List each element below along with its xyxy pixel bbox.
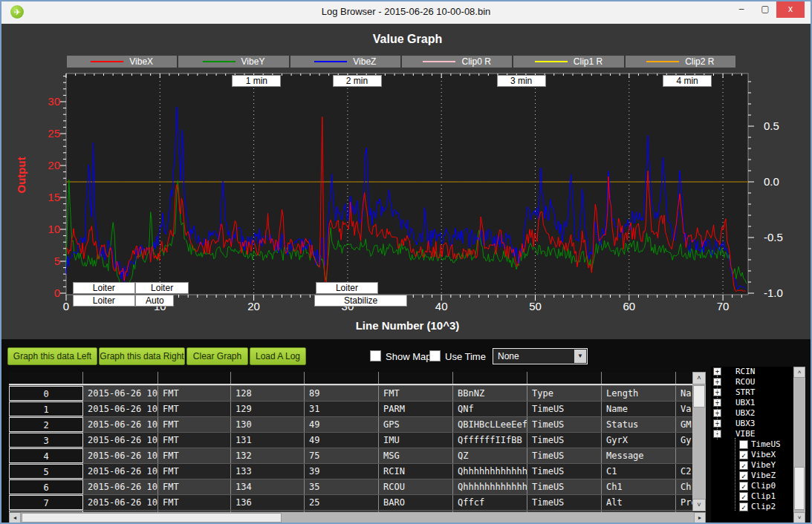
- tree-item-strt[interactable]: +STRT: [711, 387, 793, 398]
- table-cell: FMT: [158, 402, 231, 416]
- graph-left-button[interactable]: Graph this data Left: [7, 347, 97, 365]
- tree-item-label[interactable]: Clip2: [751, 502, 776, 512]
- field-checkbox[interactable]: ✓: [739, 471, 748, 480]
- table-row[interactable]: 42015-06-26 10:0...FMT13275MSGQZTimeUSMe…: [9, 448, 692, 463]
- expand-icon[interactable]: +: [713, 367, 721, 376]
- table-header-row[interactable]: [9, 372, 692, 385]
- table-row[interactable]: 22015-06-26 10:0...FMT13049GPSQBIHBcLLee…: [9, 416, 692, 432]
- svg-text:0.0: 0.0: [764, 175, 779, 188]
- table-row[interactable]: 32015-06-26 10:0...FMT13149IMUQffffffIIf…: [9, 432, 692, 448]
- field-checkbox[interactable]: ✓: [739, 461, 748, 470]
- table-cell: 128: [231, 386, 305, 401]
- field-checkbox[interactable]: ✓: [739, 502, 748, 511]
- graph-source-dropdown[interactable]: None ▼: [493, 348, 588, 364]
- table-cell: 2015-06-26 10:0...: [83, 433, 158, 448]
- chevron-down-icon[interactable]: ▼: [574, 350, 586, 363]
- tree-item-label[interactable]: VibeY: [751, 460, 776, 471]
- maximize-button[interactable]: ▢: [754, 1, 776, 18]
- tree-item-rcin[interactable]: +RCIN: [711, 367, 793, 377]
- table-row[interactable]: 12015-06-26 10:0...FMT12931PARMQNfTimeUS…: [9, 401, 692, 416]
- tree-scrollbar[interactable]: ˄ ˅: [793, 367, 805, 523]
- flight-mode-band: Loiter: [73, 282, 135, 294]
- field-checkbox[interactable]: ✓: [739, 492, 748, 501]
- tree-item-vibey[interactable]: ✓VibeY: [711, 460, 793, 471]
- tree-item-rcou[interactable]: +RCOU: [711, 377, 793, 387]
- tree-item-label[interactable]: TimeUS: [751, 439, 781, 450]
- tree-item-ubx3[interactable]: +UBX3: [711, 419, 793, 429]
- tree-item-clip1[interactable]: ✓Clip1: [711, 491, 793, 502]
- tree-item-label[interactable]: Clip0: [751, 481, 776, 491]
- scroll-down-icon[interactable]: ˅: [692, 499, 706, 511]
- tree-item-ubx1[interactable]: +UBX1: [711, 398, 793, 408]
- table-cell: TimeUS: [527, 448, 602, 463]
- tree-item-ubx2[interactable]: +UBX2: [711, 408, 793, 419]
- title-bar: ✈ Log Browser - 2015-06-26 10-00-08.bin …: [1, 1, 811, 24]
- tree-item-label[interactable]: VIBE: [735, 429, 756, 439]
- table-hscrollbar[interactable]: ◂ ▸: [9, 512, 706, 523]
- table-cell: 75: [305, 448, 379, 463]
- close-button[interactable]: x: [776, 1, 805, 18]
- field-checkbox[interactable]: ✓: [739, 451, 748, 459]
- table-cell: 39: [305, 464, 379, 479]
- tree-item-vibex[interactable]: ✓VibeX: [711, 450, 793, 460]
- table-cell: QffffffIIfBB: [453, 433, 527, 448]
- tree-item-label[interactable]: RCIN: [735, 367, 756, 377]
- table-cell: QNf: [453, 402, 527, 416]
- row-index-cell: 0: [9, 386, 83, 401]
- table-cell: MSG: [379, 448, 453, 463]
- tree-item-label[interactable]: RCOU: [735, 377, 756, 387]
- show-map-checkbox[interactable]: [370, 350, 381, 361]
- field-checkbox[interactable]: [739, 440, 748, 449]
- table-cell: [379, 372, 453, 384]
- y-axis-label: Output: [15, 164, 27, 194]
- table-cell: GyrX: [602, 433, 676, 448]
- tree-item-vibez[interactable]: ✓VibeZ: [711, 471, 793, 481]
- table-cell: FMT: [158, 448, 231, 463]
- table-cell: C1: [602, 464, 676, 479]
- table-row[interactable]: 52015-06-26 10:0...FMT13339RCINQhhhhhhhh…: [9, 463, 692, 479]
- flight-mode-band: Loiter: [135, 282, 188, 294]
- tree-item-label[interactable]: UBX1: [735, 398, 756, 408]
- scroll-right-icon[interactable]: ▸: [694, 512, 706, 523]
- graph-right-button[interactable]: Graph this data Right: [99, 347, 185, 365]
- scroll-down-icon[interactable]: ˅: [793, 512, 805, 523]
- table-row[interactable]: 02015-06-26 10:0...FMT12889FMTBBnNZTypeL…: [9, 385, 692, 401]
- clear-graph-button[interactable]: Clear Graph: [186, 347, 248, 365]
- time-marker: 3 min: [497, 75, 546, 87]
- show-map-label: Show Map: [386, 351, 431, 362]
- tree-item-label[interactable]: STRT: [735, 387, 756, 398]
- hscroll-thumb[interactable]: [22, 513, 282, 523]
- scroll-up-icon[interactable]: ˄: [793, 367, 805, 378]
- scroll-up-icon[interactable]: ˄: [692, 372, 706, 384]
- tree-item-label[interactable]: VibeX: [751, 450, 776, 460]
- svg-text:20: 20: [247, 300, 260, 312]
- tree-item-label[interactable]: VibeZ: [751, 471, 776, 481]
- tree-scroll-thumb[interactable]: [794, 467, 805, 510]
- table-row[interactable]: 62015-06-26 10:0...FMT13435RCOUQhhhhhhhh…: [9, 479, 692, 494]
- table-cell: Qhhhhhhhhhhhh: [453, 479, 527, 494]
- tree-item-clip2[interactable]: ✓Clip2: [711, 502, 793, 512]
- use-time-checkbox[interactable]: [429, 350, 441, 361]
- field-checkbox[interactable]: ✓: [739, 482, 748, 491]
- table-cell: [158, 372, 231, 384]
- tree-item-clip0[interactable]: ✓Clip0: [711, 481, 793, 491]
- load-log-button[interactable]: Load A Log: [250, 347, 306, 365]
- scroll-left-icon[interactable]: ◂: [9, 512, 21, 523]
- log-table: 02015-06-26 10:0...FMT12889FMTBBnNZTypeL…: [9, 372, 692, 513]
- minimize-button[interactable]: –: [730, 1, 753, 18]
- tree-item-vibe[interactable]: -VIBE: [711, 429, 793, 439]
- table-cell: 133: [231, 464, 305, 479]
- table-cell: 49: [305, 433, 379, 448]
- tree-item-label[interactable]: Clip1: [751, 491, 776, 502]
- table-cell: RCOU: [379, 479, 453, 494]
- tree-item-timeus[interactable]: TimeUS: [711, 439, 793, 450]
- tree-item-label[interactable]: UBX2: [735, 408, 756, 419]
- table-vscrollbar[interactable]: ˄ ˅: [692, 372, 706, 511]
- row-index-cell: 4: [9, 448, 83, 463]
- vscroll-thumb[interactable]: [693, 385, 705, 407]
- table-cell: Alt: [602, 495, 676, 510]
- table-cell: 134: [231, 479, 305, 494]
- tree-item-label[interactable]: UBX3: [735, 419, 756, 429]
- x-axis-label: Line Number (10^3): [1, 319, 812, 332]
- table-row[interactable]: 72015-06-26 10:0...FMT13625BAROQffcfTime…: [9, 494, 692, 510]
